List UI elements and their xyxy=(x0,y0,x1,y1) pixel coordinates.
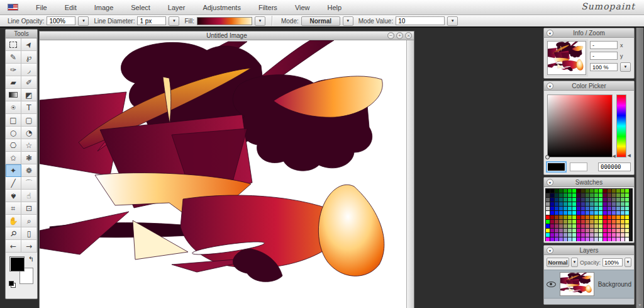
swatch-CCFF66[interactable] xyxy=(599,224,602,228)
swatch-009933[interactable] xyxy=(564,193,567,197)
tool-stamp[interactable]: ⍟ xyxy=(6,101,21,114)
tool-curve[interactable]: ⌒ xyxy=(21,177,37,190)
swatch-00FFFF[interactable] xyxy=(546,233,550,237)
canvas-close-button[interactable]: × xyxy=(405,32,412,39)
default-colors-icon[interactable] xyxy=(9,281,16,288)
swatch-0066CC[interactable] xyxy=(559,207,563,210)
swatch-3399FF[interactable] xyxy=(590,211,594,215)
swatch-CC00FF[interactable] xyxy=(577,237,580,241)
swatch-33FF99[interactable] xyxy=(599,202,602,206)
swatches-collapse-icon[interactable] xyxy=(547,179,553,186)
swatch-FF99FF[interactable] xyxy=(616,237,620,241)
swatch-FFFF00[interactable] xyxy=(546,229,550,232)
swatch-669900[interactable] xyxy=(616,189,620,193)
tool-marquee-select[interactable] xyxy=(6,38,21,51)
swatch-CC6666[interactable] xyxy=(586,224,589,228)
swatch-00FF66[interactable] xyxy=(572,198,576,202)
swatch-333333[interactable] xyxy=(581,193,585,197)
line-diameter-input[interactable] xyxy=(137,16,166,25)
swatch-0099FF[interactable] xyxy=(564,211,567,215)
tool-pencil[interactable]: ✎ xyxy=(6,51,21,64)
swatch-FF00CC[interactable] xyxy=(603,233,607,237)
line-diameter-dropdown-icon[interactable] xyxy=(169,16,179,26)
swatch-339966[interactable] xyxy=(590,198,594,202)
swatch-33CCFF[interactable] xyxy=(594,211,598,215)
menu-item-select[interactable]: Select xyxy=(122,0,159,15)
swatch-CC3333[interactable] xyxy=(581,220,585,224)
swatch-66CC66[interactable] xyxy=(621,198,625,202)
language-flag-icon[interactable] xyxy=(8,4,18,11)
swatch-CC3366[interactable] xyxy=(581,224,585,228)
swatch-333300[interactable] xyxy=(581,189,585,193)
mode-dropdown-icon[interactable] xyxy=(343,16,353,26)
swatch-6699CC[interactable] xyxy=(616,207,620,210)
swatch-00FFFF[interactable] xyxy=(572,211,576,215)
swatch-FFFF00[interactable] xyxy=(625,215,629,219)
swatch-666600[interactable] xyxy=(612,189,616,193)
hex-color-input[interactable] xyxy=(598,163,631,171)
swatch-FF3366[interactable] xyxy=(608,224,611,228)
swatch-CCFF99[interactable] xyxy=(599,229,602,232)
swatch-339900[interactable] xyxy=(590,189,594,193)
swatch-0099CC[interactable] xyxy=(564,207,567,210)
canvas-vertical-scrollbar[interactable] xyxy=(406,40,414,308)
swatch-33CCCC[interactable] xyxy=(594,207,598,210)
swatch-669999[interactable] xyxy=(616,202,620,206)
swatch-33CC66[interactable] xyxy=(594,198,598,202)
canvas-zoom-in-button[interactable]: + xyxy=(396,32,403,39)
tool-move[interactable]: ➤ xyxy=(21,38,37,51)
layer-row-background[interactable]: Background xyxy=(544,270,634,299)
swatch-99CC00[interactable] xyxy=(568,215,572,219)
swatch-3300FF[interactable] xyxy=(577,211,580,215)
swatch-99CCCC[interactable] xyxy=(568,233,572,237)
swatch-993399[interactable] xyxy=(555,229,558,232)
hue-arrow-icon[interactable]: ◀ xyxy=(628,153,631,158)
swatch-66FFCC[interactable] xyxy=(625,207,629,210)
swatch-009900[interactable] xyxy=(564,189,567,193)
swatch-99FFFF[interactable] xyxy=(572,237,576,241)
swatch-339999[interactable] xyxy=(590,202,594,206)
swatch-3399CC[interactable] xyxy=(590,207,594,210)
x-coordinate-input[interactable] xyxy=(590,41,618,49)
swatch-0033FF[interactable] xyxy=(555,211,558,215)
swatch-CCFFFF[interactable] xyxy=(599,237,602,241)
tool-rectangle[interactable]: □ xyxy=(6,114,21,127)
tool-gear-star[interactable]: ❃ xyxy=(21,152,37,164)
swatch-660066[interactable] xyxy=(603,198,607,202)
swatch-000099[interactable] xyxy=(550,202,554,206)
swatch-6600FF[interactable] xyxy=(603,211,607,215)
swatch-CCFF00[interactable] xyxy=(599,215,602,219)
swatch-CCCC33[interactable] xyxy=(594,220,598,224)
swatch-CCCCCC[interactable] xyxy=(594,233,598,237)
swatch-FF00FF[interactable] xyxy=(546,237,550,241)
swatch-009999[interactable] xyxy=(564,202,567,206)
swatch-6666CC[interactable] xyxy=(612,207,616,210)
blend-mode-select[interactable]: Normal xyxy=(547,258,569,267)
swatch-66FF99[interactable] xyxy=(625,202,629,206)
swatch-663366[interactable] xyxy=(608,198,611,202)
swatch-66FF66[interactable] xyxy=(625,198,629,202)
info-zoom-collapse-icon[interactable] xyxy=(547,30,553,37)
swatch-33FF66[interactable] xyxy=(599,198,602,202)
swatch-000066[interactable] xyxy=(550,198,554,202)
swatch-CCFFCC[interactable] xyxy=(599,233,602,237)
swatch-66CC00[interactable] xyxy=(621,189,625,193)
tool-blur-drop[interactable]: ♠ xyxy=(6,190,21,202)
tool-pie[interactable]: ◔ xyxy=(21,127,37,139)
tool-undo[interactable]: ← xyxy=(6,240,21,253)
swatch-663333[interactable] xyxy=(608,193,611,197)
swatch-FFCC66[interactable] xyxy=(621,224,625,228)
swatch-CC6600[interactable] xyxy=(586,215,589,219)
swatch-CC66CC[interactable] xyxy=(586,233,589,237)
swatch-FF33FF[interactable] xyxy=(608,237,611,241)
swatch-CC3399[interactable] xyxy=(581,229,585,232)
swatch-660099[interactable] xyxy=(603,202,607,206)
line-opacity-input[interactable] xyxy=(47,16,75,25)
swatch-99FF99[interactable] xyxy=(572,229,576,232)
swatch-9933CC[interactable] xyxy=(555,233,558,237)
tool-rounded-rectangle[interactable]: ▢ xyxy=(21,114,37,127)
swatch-996699[interactable] xyxy=(559,229,563,232)
tool-lasso[interactable]: ℘ xyxy=(21,51,37,64)
swatch-000033[interactable] xyxy=(550,193,554,197)
swatch-00CC33[interactable] xyxy=(568,193,572,197)
